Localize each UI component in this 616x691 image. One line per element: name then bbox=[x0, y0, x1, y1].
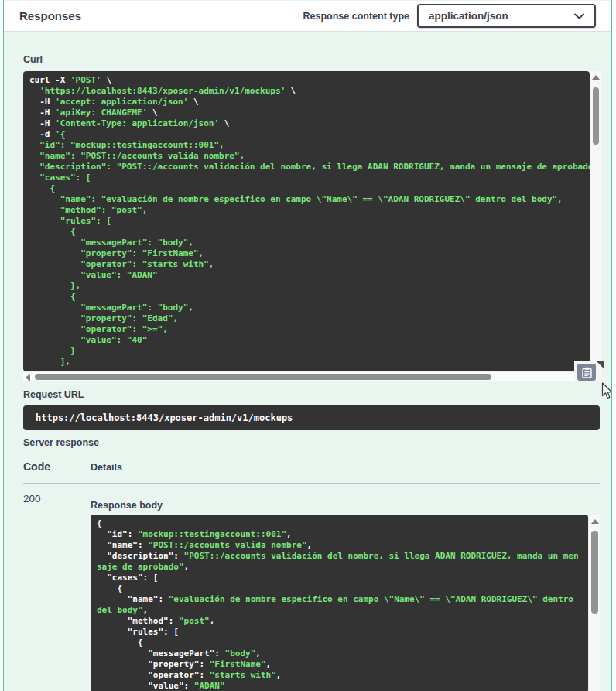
request-url-value: https://localhost:8443/xposer-admin/v1/m… bbox=[36, 412, 293, 423]
response-body-block: { "id": "mockup::testingaccount::001", "… bbox=[91, 515, 600, 691]
operation-block: Responses Response content type applicat… bbox=[3, 0, 612, 691]
curl-vertical-scroll-thumb[interactable] bbox=[593, 87, 599, 145]
scroll-up-arrow-icon[interactable] bbox=[592, 75, 600, 80]
swagger-responses-section: Responses Response content type applicat… bbox=[0, 0, 616, 691]
scroll-left-arrow-icon[interactable] bbox=[26, 374, 30, 381]
response-body-label: Response body bbox=[91, 500, 163, 511]
curl-label: Curl bbox=[23, 54, 43, 65]
response-body-text: { "id": "mockup::testingaccount::001", "… bbox=[91, 515, 588, 691]
curl-horizontal-scrollbar[interactable] bbox=[23, 371, 590, 381]
chevron-down-icon bbox=[573, 12, 585, 20]
request-url-bar: https://localhost:8443/xposer-admin/v1/m… bbox=[23, 405, 600, 430]
responses-section-header: Responses Response content type applicat… bbox=[4, 1, 611, 31]
content-type-controls: Response content type application/json bbox=[303, 4, 596, 28]
scroll-up-arrow-icon[interactable] bbox=[591, 519, 599, 524]
curl-vertical-scrollbar[interactable] bbox=[590, 71, 601, 371]
response-vertical-scroll-thumb[interactable] bbox=[591, 531, 598, 614]
responses-title: Responses bbox=[19, 9, 81, 22]
curl-horizontal-scroll-thumb[interactable] bbox=[35, 374, 491, 380]
curl-code-block: curl -X 'POST' \ 'https://localhost:8443… bbox=[23, 71, 601, 381]
code-block-corner bbox=[596, 361, 604, 369]
copy-to-clipboard-button[interactable] bbox=[577, 364, 596, 381]
selected-content-type: application/json bbox=[429, 10, 508, 22]
response-table-divider bbox=[23, 483, 600, 484]
server-response-label: Server response bbox=[23, 437, 99, 448]
mouse-cursor-icon bbox=[601, 382, 614, 401]
code-column-header: Code bbox=[23, 460, 50, 473]
request-url-label: Request URL bbox=[23, 389, 84, 400]
status-code: 200 bbox=[23, 493, 41, 505]
response-vertical-scrollbar[interactable] bbox=[588, 515, 600, 691]
response-content-type-label: Response content type bbox=[303, 11, 409, 22]
clipboard-icon bbox=[582, 367, 592, 378]
curl-command-text: curl -X 'POST' \ 'https://localhost:8443… bbox=[23, 71, 590, 371]
details-column-header: Details bbox=[91, 462, 122, 473]
response-content-type-select[interactable]: application/json bbox=[417, 4, 596, 28]
